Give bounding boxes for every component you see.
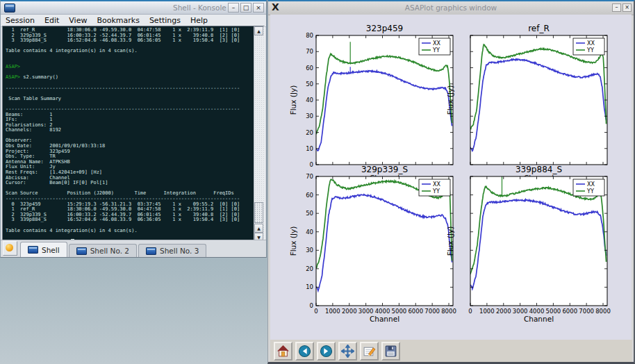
terminal-line: Scan Table Summary [6, 97, 253, 102]
x-tick-label: 5000 [392, 308, 407, 315]
back-icon [298, 345, 311, 358]
x-tick-label: 4000 [529, 308, 545, 315]
legend-label: XX [587, 40, 595, 47]
y-tick-label: 50 [306, 210, 313, 217]
legend-label: XX [433, 40, 440, 47]
y-tick-label: 50 [306, 81, 313, 88]
menu-view[interactable]: View [69, 16, 87, 25]
x-tick-label: 0 [468, 308, 472, 315]
terminal-tab-icon [76, 247, 87, 255]
legend-label: YY [586, 188, 594, 195]
tab-label: Shell No. 2 [90, 247, 129, 255]
menu-help[interactable]: Help [190, 16, 208, 25]
tab-label: Shell No. 3 [160, 247, 199, 255]
asaplot-titlebar[interactable]: X ASAPlot graphics window –× [268, 1, 634, 15]
home-icon [277, 345, 290, 358]
x-tick-label: 4000 [375, 308, 390, 315]
scroll-up2-icon[interactable]: ▲ [254, 224, 263, 233]
subplot-title: 329p339_S [361, 165, 408, 174]
x-tick-label: 1000 [479, 308, 495, 315]
x-tick-label: 8000 [595, 308, 611, 315]
y-tick-label: 30 [306, 113, 313, 119]
x-tick-label: 3000 [513, 308, 528, 315]
legend-label: XX [433, 181, 440, 188]
maximize-button[interactable]: □ [240, 3, 251, 13]
home-button[interactable] [274, 342, 292, 361]
y-tick-label: 60 [306, 65, 313, 72]
session-tabs: ShellShell No. 2Shell No. 3 [20, 242, 208, 257]
terminal-line: Channels: 8192 [6, 128, 253, 133]
pan-button[interactable] [338, 342, 357, 361]
minimize-button[interactable]: – [612, 3, 621, 12]
y-axis-label: Flux (Jy) [289, 85, 297, 115]
y-tick-label: 80 [306, 32, 313, 39]
terminal-view[interactable]: 1 ref_R 18:30:06.0 -49.59.30.0 04:47:58 … [2, 26, 265, 242]
terminal-line [6, 233, 253, 239]
plot-canvas: 01020304050607080323p459ChannelFlux (Jy)… [270, 15, 632, 340]
konsole-window-controls: –□× [228, 3, 264, 13]
terminal-line [6, 133, 253, 139]
tab-shell-no-2[interactable]: Shell No. 2 [69, 244, 137, 257]
terminal-scrollbar[interactable]: ▲ ▲ ▼ [254, 26, 264, 242]
scroll-up-icon[interactable]: ▲ [254, 26, 263, 35]
new-session-button[interactable] [3, 241, 17, 256]
back-button[interactable] [295, 342, 314, 361]
terminal-line [6, 54, 253, 60]
subplot-grid: 01020304050607080323p459ChannelFlux (Jy)… [270, 15, 632, 340]
terminal-line: ASAP> [6, 65, 253, 70]
x-axis-label: Channel [524, 315, 554, 323]
forward-button[interactable] [317, 342, 336, 361]
x-axis-label: Channel [370, 315, 399, 323]
x-tick-label: 1000 [325, 308, 340, 315]
konsole-titlebar[interactable]: Shell - Konsole –□× [1, 1, 266, 15]
close-button[interactable]: × [253, 3, 264, 13]
tab-shell-no-3[interactable]: Shell No. 3 [138, 244, 206, 257]
tab-shell[interactable]: Shell [20, 242, 67, 257]
legend-label: YY [432, 188, 440, 195]
legend-label: YY [432, 47, 440, 53]
x-tick-label: 0 [314, 308, 318, 315]
terminal-line [6, 60, 253, 65]
terminal-line: Cursor: Beam[0] IF[0] Pol[1] [6, 181, 253, 186]
scrollbar-thumb[interactable] [254, 202, 263, 223]
y-axis-label: Flux (Jy) [446, 226, 454, 256]
subplot-title: ref_R [528, 24, 550, 33]
y-tick-label: 20 [306, 129, 313, 136]
y-tick-label: 60 [306, 192, 313, 199]
konsole-tabbar: ShellShell No. 2Shell No. 3 [1, 240, 266, 257]
y-tick-label: 40 [306, 97, 313, 104]
y-tick-label: 70 [306, 48, 313, 55]
x-tick-label: 6000 [562, 308, 577, 315]
legend-label: XX [587, 181, 595, 188]
terminal-line: ASAP> s2.summary() [6, 75, 253, 81]
minimize-button[interactable]: – [228, 3, 239, 13]
y-tick-label: 0 [310, 161, 313, 168]
x-tick-label: 2000 [496, 308, 511, 315]
menu-settings[interactable]: Settings [149, 16, 181, 25]
forward-icon [320, 345, 333, 358]
asaplot-window-title: ASAPlot graphics window [268, 3, 634, 12]
subplot-323p459: 01020304050607080323p459ChannelFlux (Jy)… [289, 24, 453, 182]
menu-edit[interactable]: Edit [44, 16, 59, 25]
terminal-text[interactable]: 1 ref_R 18:30:06.0 -49.59.30.0 04:47:58 … [6, 28, 253, 242]
subplot-339p884_S: 010002000300040005000600070008000339p884… [446, 165, 611, 323]
y-tick-label: 20 [306, 265, 313, 272]
menu-bookmarks[interactable]: Bookmarks [97, 16, 139, 25]
legend-label: YY [586, 47, 594, 53]
asaplot-window: X ASAPlot graphics window –× 01020304050… [267, 0, 635, 364]
menu-session[interactable]: Session [6, 16, 35, 25]
tab-label: Shell [42, 246, 60, 254]
y-axis-label: Flux (Jy) [446, 85, 454, 115]
save-icon [384, 345, 397, 358]
save-button[interactable] [381, 342, 400, 361]
plot-toolbar [270, 340, 632, 362]
x-tick-label: 8000 [441, 308, 456, 315]
terminal-tab-icon [28, 246, 38, 254]
close-button[interactable]: × [622, 3, 632, 12]
terminal-line: Table contains 4 integration(s) in 4 sca… [6, 229, 253, 234]
konsole-window-title: Shell - Konsole [173, 3, 226, 12]
subplots-config-button[interactable] [360, 342, 379, 361]
x-tick-label: 3000 [358, 308, 374, 315]
terminal-line: ----------------------------------------… [6, 86, 253, 92]
pan-icon [341, 345, 354, 358]
